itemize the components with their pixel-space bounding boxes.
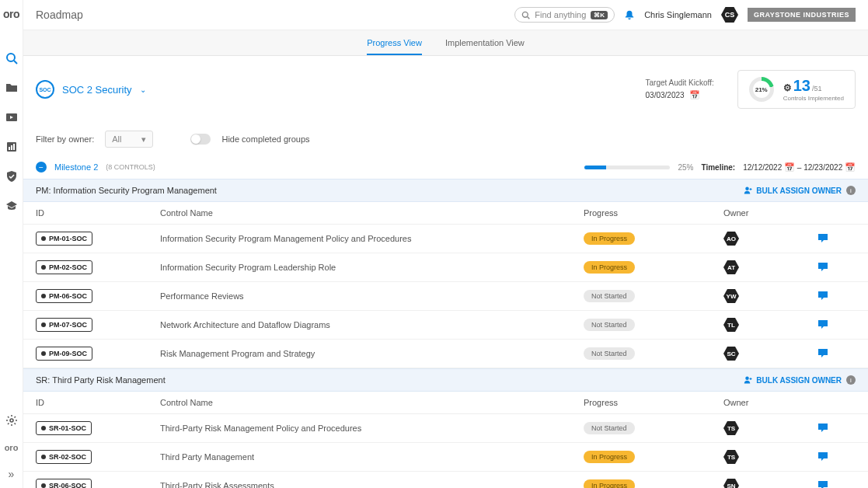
col-id: ID <box>36 208 160 218</box>
comment-icon[interactable] <box>817 422 856 434</box>
status-badge: Not Started <box>584 347 635 360</box>
search-placeholder: Find anything <box>535 10 586 19</box>
collapse-icon[interactable]: − <box>36 162 47 173</box>
nav-graduation-icon[interactable] <box>5 199 19 213</box>
nav-search-icon[interactable] <box>5 51 19 65</box>
owner-filter-select[interactable]: All <box>105 131 153 148</box>
control-id-badge[interactable]: PM-02-SOC <box>36 260 92 274</box>
svg-point-12 <box>746 377 750 381</box>
info-icon[interactable]: i <box>846 375 856 385</box>
settings-icon[interactable] <box>5 413 19 427</box>
svg-point-8 <box>10 419 13 422</box>
bulk-assign-owner-button[interactable]: BULK ASSIGN OWNER <box>744 375 842 385</box>
milestone-2-pct: 25% <box>678 163 693 172</box>
comment-icon[interactable] <box>817 451 856 463</box>
comment-icon[interactable] <box>817 232 856 245</box>
table-row[interactable]: PM-02-SOCInformation Security Program Le… <box>23 253 868 282</box>
controls-label: Controls Implemented <box>783 95 844 102</box>
tab-progress-view[interactable]: Progress View <box>367 38 422 55</box>
user-avatar[interactable]: CS <box>721 6 738 23</box>
hide-completed-toggle[interactable] <box>190 134 211 145</box>
brand-logo[interactable]: oro <box>3 8 19 20</box>
table-header: ID Control Name Progress Owner <box>23 202 868 225</box>
comment-icon[interactable] <box>817 290 856 302</box>
filter-row: Filter by owner: All Hide completed grou… <box>23 123 868 155</box>
comment-icon[interactable] <box>817 261 856 274</box>
company-badge[interactable]: GRAYSTONE INDUSTRIES <box>748 8 856 22</box>
nav-folder-icon[interactable] <box>5 81 19 95</box>
control-id-badge[interactable]: SR-06-SOC <box>36 479 92 488</box>
comment-icon[interactable] <box>817 319 856 331</box>
milestone-2-count: (8 CONTROLS) <box>106 163 155 171</box>
table-row[interactable]: PM-07-SOCNetwork Architecture and Datafl… <box>23 311 868 340</box>
metrics-box: 21% ⚙ 13 /51 Controls Implemented <box>737 70 856 109</box>
chevron-down-icon[interactable]: ⌄ <box>140 85 146 94</box>
control-id-badge[interactable]: PM-07-SOC <box>36 318 92 332</box>
framework-selector[interactable]: SOC 2 Security <box>62 84 132 96</box>
milestone-2-row: − Milestone 2 (8 CONTROLS) 25% Timeline:… <box>23 155 868 179</box>
control-name: Network Architecture and Dataflow Diagra… <box>160 320 584 329</box>
page-title: Roadmap <box>36 9 83 21</box>
col-name: Control Name <box>160 398 584 407</box>
group-pm-title: PM: Information Security Program Managem… <box>36 186 217 195</box>
view-tabs: Progress View Implementation View <box>23 30 868 56</box>
sidebar-expand-icon[interactable]: » <box>9 468 15 480</box>
nav-play-icon[interactable] <box>5 110 19 124</box>
owner-avatar[interactable]: SC <box>723 346 739 361</box>
filter-label: Filter by owner: <box>36 134 94 144</box>
svg-point-0 <box>7 54 15 61</box>
user-name[interactable]: Chris Singlemann <box>644 10 712 19</box>
subheader: SOC SOC 2 Security ⌄ Target Audit Kickof… <box>23 56 868 123</box>
table-row[interactable]: SR-02-SOCThird Party ManagementIn Progre… <box>23 443 868 472</box>
notifications-icon[interactable] <box>624 9 635 20</box>
hide-completed-label: Hide completed groups <box>221 134 309 144</box>
owner-avatar[interactable]: TL <box>723 317 739 333</box>
status-badge: Not Started <box>584 319 635 331</box>
col-owner: Owner <box>723 208 817 218</box>
svg-rect-5 <box>9 147 10 150</box>
calendar-icon[interactable]: 📅 <box>784 162 795 172</box>
controls-total: /51 <box>812 85 822 92</box>
controls-count: 13 <box>793 77 810 95</box>
control-id-badge[interactable]: PM-06-SOC <box>36 289 92 303</box>
control-name: Third-Party Risk Management Policy and P… <box>160 424 584 433</box>
calendar-icon[interactable]: 📅 <box>845 162 856 172</box>
table-row[interactable]: SR-01-SOCThird-Party Risk Management Pol… <box>23 414 868 443</box>
status-badge: In Progress <box>584 451 635 463</box>
owner-avatar[interactable]: YW <box>723 288 739 304</box>
control-name: Performance Reviews <box>160 291 584 301</box>
nav-chart-icon[interactable] <box>5 140 19 154</box>
nav-shield-icon[interactable] <box>5 169 19 183</box>
control-id-badge[interactable]: PM-09-SOC <box>36 347 92 361</box>
topbar: Roadmap Find anything ⌘K Chris Singleman… <box>23 0 868 30</box>
progress-donut: 21% <box>749 77 774 102</box>
calendar-icon[interactable]: 📅 <box>689 90 700 100</box>
control-name: Risk Management Program and Strategy <box>160 349 584 358</box>
control-id-badge[interactable]: SR-01-SOC <box>36 421 92 435</box>
owner-avatar[interactable]: AO <box>723 231 739 246</box>
owner-avatar[interactable]: SN <box>723 478 739 488</box>
owner-avatar[interactable]: TS <box>723 420 739 436</box>
control-id-badge[interactable]: PM-01-SOC <box>36 232 92 246</box>
control-name: Third Party Management <box>160 452 584 462</box>
global-search[interactable]: Find anything ⌘K <box>514 7 615 23</box>
table-row[interactable]: PM-09-SOCRisk Management Program and Str… <box>23 340 868 368</box>
framework-badge-icon: SOC <box>36 80 54 99</box>
owner-avatar[interactable]: AT <box>723 260 739 275</box>
brand-logo-small[interactable]: oro <box>5 443 19 452</box>
comment-icon[interactable] <box>817 479 856 488</box>
svg-line-1 <box>14 61 17 64</box>
table-row[interactable]: SR-06-SOCThird-Party Risk AssessmentsIn … <box>23 472 868 488</box>
comment-icon[interactable] <box>817 347 856 360</box>
owner-avatar[interactable]: TS <box>723 449 739 465</box>
table-row[interactable]: PM-01-SOCInformation Security Program Ma… <box>23 225 868 253</box>
main-content: Roadmap Find anything ⌘K Chris Singleman… <box>23 0 868 488</box>
svg-point-11 <box>746 187 750 191</box>
info-icon[interactable]: i <box>846 186 856 195</box>
bulk-assign-owner-button[interactable]: BULK ASSIGN OWNER <box>744 186 842 195</box>
milestone-2-name[interactable]: Milestone 2 <box>54 162 98 172</box>
col-progress: Progress <box>584 208 723 218</box>
table-row[interactable]: PM-06-SOCPerformance ReviewsNot StartedY… <box>23 282 868 311</box>
tab-implementation-view[interactable]: Implementation View <box>445 38 525 55</box>
control-id-badge[interactable]: SR-02-SOC <box>36 450 92 464</box>
